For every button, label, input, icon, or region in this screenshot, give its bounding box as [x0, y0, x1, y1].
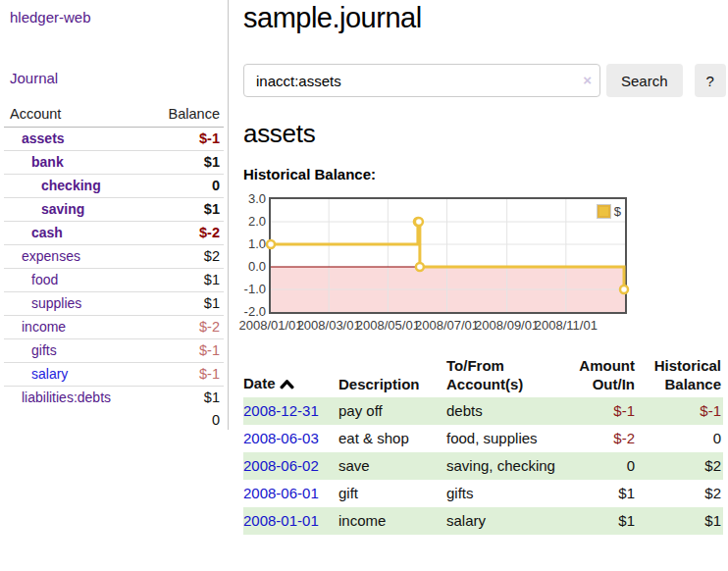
accounts-col-account: Account: [4, 103, 145, 128]
account-balance: $-2: [145, 222, 224, 245]
account-link[interactable]: expenses: [22, 248, 80, 264]
balance-chart: $ 3.02.01.00.0-1.0-2.02008/01/012008/03/…: [243, 197, 724, 340]
transaction-accounts: debts: [446, 397, 571, 425]
account-balance: $-1: [145, 128, 224, 151]
account-row: supplies$1: [4, 292, 224, 316]
x-axis-tick-label: 2008/05/01: [356, 318, 420, 333]
account-balance: $2: [145, 245, 224, 269]
register-col-tofrom: To/From Account(s): [446, 354, 571, 397]
account-row: checking0: [4, 175, 224, 198]
transaction-amount: 0: [571, 452, 643, 480]
register-col-description: Description: [338, 354, 446, 397]
sidebar-item-journal[interactable]: Journal: [10, 70, 58, 86]
transaction-accounts: salary: [446, 507, 571, 535]
account-link[interactable]: salary: [31, 366, 68, 382]
account-balance: $-2: [145, 316, 224, 339]
register-table: Date Description To/From Account(s) Amou…: [243, 354, 723, 535]
chart-legend: $: [597, 204, 621, 219]
account-link[interactable]: income: [22, 319, 66, 335]
account-row: cash$-2: [4, 222, 224, 245]
account-row: food$1: [4, 269, 224, 292]
account-link[interactable]: saving: [41, 201, 84, 217]
transaction-amount: $1: [571, 507, 643, 535]
account-link[interactable]: bank: [31, 154, 64, 170]
app-brand-link[interactable]: hledger-web: [0, 0, 91, 26]
transaction-accounts: food, supplies: [446, 425, 571, 452]
register-row: 2008-06-03eat & shopfood, supplies$-20: [243, 425, 723, 452]
y-axis-tick-label: -1.0: [243, 282, 266, 296]
transaction-balance: $2: [643, 480, 723, 507]
x-axis-tick-label: 2008/03/01: [297, 318, 361, 333]
transaction-date-link[interactable]: 2008-06-01: [243, 485, 319, 501]
clear-search-icon[interactable]: ×: [583, 72, 592, 89]
x-axis-tick-label: 2008/01/01: [238, 318, 302, 333]
transaction-accounts: saving, checking: [446, 452, 571, 480]
search-input[interactable]: [243, 64, 600, 97]
account-link[interactable]: cash: [31, 225, 63, 240]
account-balance: $1: [145, 387, 224, 410]
account-link[interactable]: checking: [41, 178, 101, 193]
legend-swatch-icon: [597, 204, 611, 219]
register-col-amount: Amount Out/In: [571, 354, 643, 397]
transaction-date-link[interactable]: 2008-01-01: [243, 512, 319, 529]
y-axis-tick-label: -2.0: [243, 304, 266, 319]
main-content: sample.journal × Search ? assets Histori…: [243, 0, 724, 535]
y-axis-tick-label: 1.0: [243, 236, 266, 251]
transaction-balance: $2: [643, 452, 723, 480]
search-input-wrap: ×: [243, 64, 600, 97]
transaction-amount: $-1: [571, 397, 643, 425]
account-balance: $-1: [145, 339, 224, 363]
account-row: assets$-1: [4, 128, 224, 151]
account-link[interactable]: assets: [22, 130, 65, 146]
transaction-date-link[interactable]: 2008-12-31: [243, 402, 319, 419]
account-link[interactable]: supplies: [31, 295, 81, 311]
transaction-description: save: [338, 452, 446, 480]
search-help-button[interactable]: ?: [695, 64, 726, 97]
y-axis-tick-label: 2.0: [243, 214, 266, 229]
account-row: expenses$2: [4, 245, 224, 269]
account-heading: assets: [243, 119, 724, 149]
account-balance: $1: [145, 198, 224, 222]
transaction-description: pay off: [338, 397, 446, 425]
register-col-historical: Historical Balance: [643, 354, 723, 397]
account-balance: $-1: [145, 363, 224, 387]
account-link[interactable]: food: [31, 272, 58, 287]
y-axis-tick-label: 3.0: [243, 191, 266, 206]
transaction-amount: $-2: [571, 425, 643, 452]
register-col-date[interactable]: Date: [243, 354, 338, 397]
transaction-balance: 0: [643, 425, 723, 452]
account-row: saving$1: [4, 198, 224, 222]
transaction-amount: $1: [571, 480, 643, 507]
account-row: bank$1: [4, 151, 224, 175]
account-row: liabilities:debts$1: [4, 387, 224, 410]
account-link[interactable]: gifts: [31, 342, 57, 358]
chart-title: Historical Balance:: [243, 166, 724, 182]
sidebar: hledger-web Journal Account Balance asse…: [0, 0, 229, 430]
x-axis-tick-label: 2008/11/01: [535, 318, 598, 333]
chart-plot-area: $: [269, 197, 627, 314]
y-axis-tick-label: 0.0: [243, 259, 266, 274]
search-button[interactable]: Search: [606, 64, 683, 97]
transaction-description: eat & shop: [338, 425, 446, 452]
transaction-description: income: [338, 507, 446, 535]
register-header-row: Date Description To/From Account(s) Amou…: [243, 354, 723, 397]
account-balance: $1: [145, 269, 224, 292]
transaction-balance: $-1: [643, 397, 723, 425]
transaction-date-link[interactable]: 2008-06-03: [243, 430, 319, 446]
legend-label: $: [614, 204, 621, 219]
x-axis-tick-label: 2008/07/01: [415, 318, 479, 333]
accounts-total-value: 0: [145, 409, 224, 432]
search-bar: × Search ?: [243, 64, 724, 97]
sort-ascending-icon: [280, 375, 294, 393]
register-row: 2008-06-01giftgifts$1$2: [243, 480, 723, 507]
accounts-table: Account Balance assets$-1bank$1checking0…: [4, 103, 224, 432]
chart-series: [271, 199, 625, 312]
transaction-date-link[interactable]: 2008-06-02: [243, 457, 319, 474]
x-axis-tick-label: 2008/09/01: [475, 318, 539, 333]
register-row: 2008-12-31pay offdebts$-1$-1: [243, 397, 723, 425]
account-row: salary$-1: [4, 363, 224, 387]
accounts-total-row: 0: [4, 409, 224, 432]
account-link[interactable]: liabilities:debts: [22, 389, 111, 405]
transaction-accounts: gifts: [446, 480, 571, 507]
accounts-col-balance: Balance: [145, 103, 224, 128]
